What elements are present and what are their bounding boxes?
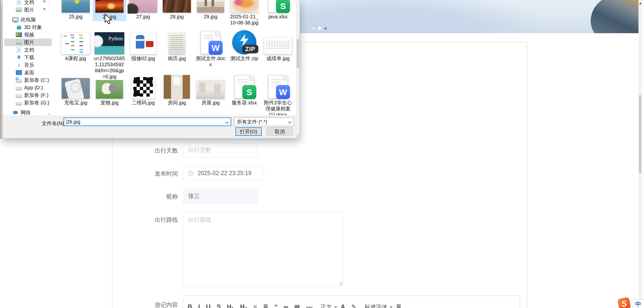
sidebar-item-net-14[interactable]: 网络 [4,109,52,116]
file-thumbnail-box [60,29,92,54]
file-thumbnail-box [94,0,125,13]
sidebar-item-label: 视频 [24,31,34,38]
file-item[interactable]: 成绩单.jpg [262,28,294,62]
toolbar-glyph-icon[interactable]: H₁ [227,304,234,308]
align-button[interactable]: ≣ [396,304,401,308]
publish-time-input[interactable] [183,166,264,180]
toolbar-glyph-icon[interactable]: “ [274,304,278,308]
page-margin [642,0,644,308]
ime-mode-chinese[interactable]: 中 [635,300,641,308]
page-scrollbar-thumb[interactable] [639,95,641,173]
sidebar-item-down-7[interactable]: 下载 [4,54,52,61]
file-grid-scrollbar-thumb[interactable] [297,39,299,68]
file-item[interactable]: 2025-01-21_10-08-38.jpg [228,0,261,27]
editor-divider [183,302,520,302]
sidebar-item-pic-5[interactable]: 图片 [4,38,52,46]
sidebar-item-drive-12[interactable]: 新加卷 (F:) [4,91,52,99]
paragraph-dropdown[interactable]: 正文 [320,304,337,308]
cube-icon [16,24,22,30]
chevron-down-icon[interactable] [289,120,292,123]
days-input[interactable] [183,143,257,157]
sidebar-item-pc-2[interactable]: 此电脑 [4,16,52,23]
file-item[interactable]: 29.jpg [194,0,227,21]
sidebar-item-pic-1[interactable]: 图片 [4,6,52,14]
file-item[interactable]: 房屋.jpg [194,72,227,107]
file-item[interactable]: S服务器.xlsx [228,72,261,107]
file-item[interactable]: 病历.jpg [160,28,193,62]
highlight-button[interactable]: ✎ [351,304,356,308]
file-name: 二维码.jpg [128,100,159,106]
carousel-dot[interactable] [318,27,321,30]
toolbar-glyph-icon[interactable]: U [206,304,211,308]
sidebar-item-cube-3[interactable]: 3D 对象 [4,23,52,31]
file-name: 房屋.jpg [195,100,226,106]
dialog-resize-grip[interactable] [295,134,299,137]
file-item[interactable]: Sjava.xlsx [262,0,294,21]
file-item[interactable]: 25.jpg [59,0,92,21]
sidebar-item-label: 图片 [24,7,34,13]
rich-text-editor[interactable]: BIUSH₁H₂≡≣“∞▦—正文A✎标准字体≣ [183,296,520,308]
file-thumbnail-box [127,73,159,99]
file-item[interactable]: 28.jpg [160,0,193,21]
file-item[interactable]: k课程.jpg [59,28,92,62]
file-item[interactable]: 27.jpg [127,0,159,21]
toolbar-glyph-icon[interactable]: ∞ [284,304,288,308]
text-caret [66,119,66,125]
toolbar-glyph-icon[interactable]: ≡ [253,304,257,308]
python-text: Python [108,36,123,42]
music-icon [16,62,22,68]
sidebar-item-doc-0[interactable]: 文档 [4,0,52,6]
open-button[interactable]: 打开(O) [235,127,262,136]
toolbar-glyph-icon[interactable]: H₂ [240,304,247,308]
sidebar-item-drive-13[interactable]: 新加卷 (G:) [4,99,52,106]
file-item[interactable]: W附件2学生心理健康档案(1).docx [262,72,294,115]
docx-badge-icon: W [276,85,290,99]
textarea-resize-grip[interactable] [339,282,343,286]
chevron-down-icon[interactable] [226,120,229,123]
file-item[interactable]: W测试文件.docx [194,28,227,68]
route-label: 出行路线 [117,216,178,224]
sogou-logo-icon[interactable]: S [617,297,631,308]
ime-status-bar[interactable]: S 中 ·, [618,298,644,308]
cancel-button[interactable]: 取消 [267,127,293,136]
toolbar-glyph-icon[interactable]: I [198,304,200,308]
toolbar-glyph-icon[interactable]: ≣ [263,304,268,308]
sidebar-item-desktop-9[interactable]: 桌面 [4,69,52,76]
file-item[interactable]: 报修02.jpg [127,28,159,62]
sidebar-item-drive-win-10[interactable]: 新加卷 (C:) [4,76,52,84]
file-item[interactable]: 宠物.jpg [93,72,126,107]
sidebar-item-drive-11[interactable]: App (D:) [4,84,52,91]
sidebar-item-film-4[interactable]: 视频 [4,31,52,38]
file-thumbnail-dorm [164,75,190,99]
content-label: 游记内容 [117,301,178,308]
file-item[interactable]: 房间.jpg [160,72,193,107]
toolbar-glyph-icon[interactable]: ▦ [294,304,300,308]
scroll-up-arrow-icon[interactable] [639,2,642,4]
sidebar-item-music-8[interactable]: 音乐 [4,61,52,69]
sidebar-item-label: 下载 [24,54,34,61]
toolbar-glyph-icon[interactable]: B [188,304,192,308]
filename-input[interactable]: 26.jpg [64,118,231,126]
film-icon [16,32,22,37]
file-thumbnail-box: Python [94,29,125,54]
font-family-dropdown[interactable]: 标准字体 [365,304,393,308]
file-item[interactable]: 二维码.jpg [127,72,159,107]
file-name: 报修02.jpg [128,55,159,61]
carousel-dot[interactable] [312,27,315,30]
font-color-button[interactable]: A [341,304,345,308]
route-textarea[interactable] [183,212,343,286]
file-item[interactable]: ZIP测试文件.zip [228,28,261,62]
toolbar-glyph-icon[interactable]: S [217,304,221,308]
sidebar-item-label: 新加卷 (F:) [24,92,49,99]
sidebar-item-doc-6[interactable]: 文档 [4,46,52,54]
carousel-dot[interactable] [324,27,327,30]
filetype-select[interactable]: 所有文件 (*.*) [234,118,294,126]
ime-panel[interactable]: 中 ·, [632,299,644,308]
toolbar-glyph-icon[interactable]: — [306,304,312,308]
mouse-cursor-icon [104,14,112,26]
file-thumbnail-choc [163,0,191,13]
file-thumbnail-paper [169,32,185,54]
sidebar-scroll-down-icon[interactable]: ⌄ [48,111,52,115]
file-thumbnail-box: W [262,73,294,99]
file-item[interactable]: 充电宝.jpg [59,72,92,107]
